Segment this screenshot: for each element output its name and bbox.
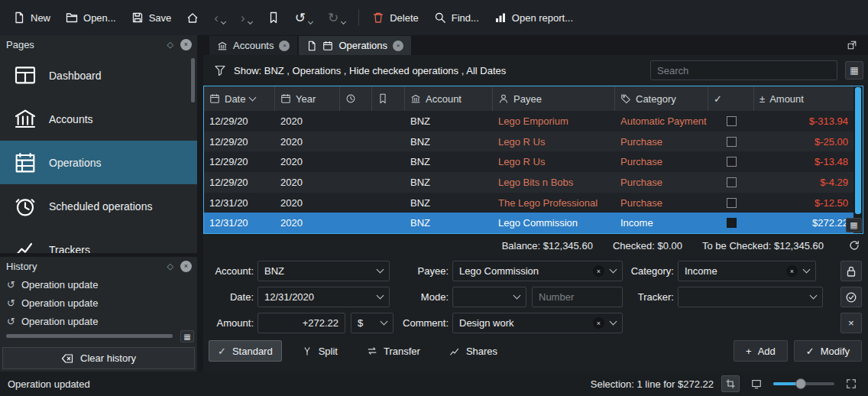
- history-item[interactable]: ↺ Operation update: [0, 294, 197, 312]
- close-tab-button[interactable]: ×: [279, 41, 290, 51]
- slider-handle[interactable]: [795, 378, 806, 389]
- type-standard-button[interactable]: ✓ Standard: [209, 340, 282, 362]
- category-combobox[interactable]: Income×: [678, 261, 816, 281]
- checked-checkbox[interactable]: [727, 116, 737, 126]
- sidebar-item-trackers[interactable]: Trackers: [0, 228, 197, 253]
- number-input[interactable]: [532, 287, 623, 307]
- payee-combobox[interactable]: Lego Commission×: [452, 261, 623, 281]
- tracker-select[interactable]: [678, 287, 823, 307]
- clear-history-button[interactable]: Clear history: [2, 347, 195, 369]
- find-button[interactable]: Find...: [427, 5, 486, 31]
- tab-accounts[interactable]: Accounts ×: [209, 36, 297, 55]
- sidebar-item-label: Accounts: [49, 113, 93, 125]
- chevron-down-icon: [377, 266, 384, 274]
- column-header-payee[interactable]: Payee: [493, 86, 615, 111]
- cell-category: Purchase: [615, 136, 708, 148]
- sidebar-item-dashboard[interactable]: Dashboard: [0, 54, 197, 97]
- history-config-button[interactable]: ▦: [180, 330, 194, 342]
- find-label: Find...: [452, 12, 479, 24]
- sidebar-item-operations[interactable]: Operations: [0, 141, 197, 184]
- split-icon: [302, 346, 313, 356]
- column-header-date[interactable]: Date: [204, 86, 275, 111]
- new-button[interactable]: New: [6, 5, 57, 31]
- amount-input[interactable]: [257, 313, 345, 333]
- table-row[interactable]: 12/31/20 2020 BNZ The Lego Professional …: [204, 193, 853, 213]
- clear-payee-button[interactable]: ×: [593, 265, 604, 277]
- float-panel-icon[interactable]: ◇: [167, 40, 173, 50]
- table-scrollbar[interactable]: [853, 86, 863, 233]
- mode-select[interactable]: [452, 287, 526, 307]
- clear-category-button[interactable]: ×: [786, 265, 798, 277]
- save-button[interactable]: Save: [125, 5, 179, 31]
- close-tab-button[interactable]: ×: [393, 41, 403, 51]
- column-label: Year: [296, 93, 316, 105]
- column-header-schedule[interactable]: [340, 86, 372, 111]
- column-header-amount[interactable]: ± Amount: [754, 86, 853, 111]
- table-row[interactable]: 12/29/20 2020 BNZ Lego R Us Purchase $-1…: [204, 151, 853, 172]
- validate-button[interactable]: [840, 287, 862, 307]
- add-button[interactable]: + Add: [734, 340, 788, 362]
- redo-button[interactable]: ↻: [321, 5, 352, 31]
- open-button[interactable]: Open...: [59, 5, 123, 31]
- home-button[interactable]: [180, 5, 206, 31]
- pages-scrollbar[interactable]: [191, 58, 195, 102]
- filter-summary[interactable]: Show: BNZ , Operations , Hide checked op…: [234, 65, 506, 76]
- fullscreen-button[interactable]: [842, 375, 860, 392]
- forward-button[interactable]: ›: [234, 5, 259, 31]
- detach-tab-button[interactable]: [847, 37, 862, 53]
- delete-button[interactable]: Delete: [365, 5, 426, 31]
- close-panel-button[interactable]: ×: [180, 261, 192, 272]
- float-panel-icon[interactable]: ◇: [167, 261, 173, 271]
- account-select[interactable]: BNZ: [257, 261, 390, 281]
- date-select[interactable]: 12/31/2020: [257, 287, 390, 307]
- open-report-button[interactable]: Open report...: [487, 5, 580, 31]
- fit-selection-button[interactable]: [721, 375, 740, 392]
- column-header-bookmark[interactable]: [372, 86, 405, 111]
- bookmark-button[interactable]: [261, 5, 287, 31]
- modify-button[interactable]: ✓ Modify: [794, 340, 862, 362]
- comment-combobox[interactable]: Design work×: [452, 313, 623, 333]
- clear-comment-button[interactable]: ×: [593, 317, 604, 329]
- fit-page-button[interactable]: [747, 375, 766, 392]
- unit-select[interactable]: $: [351, 313, 394, 333]
- folder-icon: [66, 11, 78, 24]
- column-header-year[interactable]: Year: [275, 86, 340, 111]
- search-input[interactable]: [650, 60, 837, 80]
- scrollbar-thumb[interactable]: [855, 87, 861, 214]
- cell-year: 2020: [275, 217, 340, 229]
- column-header-checked[interactable]: ✓: [708, 86, 754, 111]
- table-config-button[interactable]: ▦: [846, 218, 862, 232]
- checked-checkbox[interactable]: [727, 177, 737, 187]
- undo-step-icon: ↺: [7, 279, 15, 291]
- sidebar-item-accounts[interactable]: Accounts: [0, 97, 197, 141]
- cancel-button[interactable]: ×: [840, 313, 862, 333]
- history-item[interactable]: ↺ Operation update: [0, 312, 197, 330]
- back-button[interactable]: ‹: [207, 5, 232, 31]
- checked-checkbox[interactable]: [727, 198, 737, 208]
- checked-checkbox[interactable]: [727, 218, 737, 228]
- sidebar-item-scheduled-operations[interactable]: Scheduled operations: [0, 184, 197, 228]
- table-row[interactable]: 12/29/20 2020 BNZ Lego Bits n Bobs Purch…: [204, 172, 853, 193]
- table-row[interactable]: 12/29/20 2020 BNZ Lego R Us Purchase $-2…: [204, 131, 853, 152]
- undo-button[interactable]: ↺: [288, 5, 319, 31]
- zoom-slider[interactable]: [773, 376, 834, 391]
- table-row-selected[interactable]: 12/31/20 2020 BNZ Lego Commission Income…: [204, 213, 853, 233]
- close-panel-button[interactable]: ×: [180, 39, 192, 50]
- column-header-account[interactable]: Account: [405, 86, 493, 111]
- history-item[interactable]: ↺ Operation update: [0, 275, 197, 294]
- tab-operations[interactable]: Operations ×: [299, 36, 411, 55]
- type-transfer-button[interactable]: Transfer: [358, 340, 429, 362]
- checked-checkbox[interactable]: [727, 137, 737, 147]
- refresh-button[interactable]: [848, 239, 862, 252]
- checked-checkbox[interactable]: [727, 157, 737, 167]
- cell-category: Purchase: [615, 197, 708, 209]
- tracker-label: Tracker:: [613, 287, 674, 307]
- freeze-button[interactable]: [840, 261, 862, 281]
- type-split-button[interactable]: Split: [293, 340, 347, 362]
- type-shares-button[interactable]: Shares: [440, 340, 507, 362]
- cell-year: 2020: [275, 156, 340, 167]
- column-header-category[interactable]: Category: [615, 86, 708, 111]
- table-row[interactable]: 12/29/20 2020 BNZ Lego Emporium Automati…: [204, 111, 853, 131]
- table-menu-button[interactable]: ▦: [845, 61, 863, 80]
- history-horizontal-scrollbar[interactable]: [6, 334, 173, 338]
